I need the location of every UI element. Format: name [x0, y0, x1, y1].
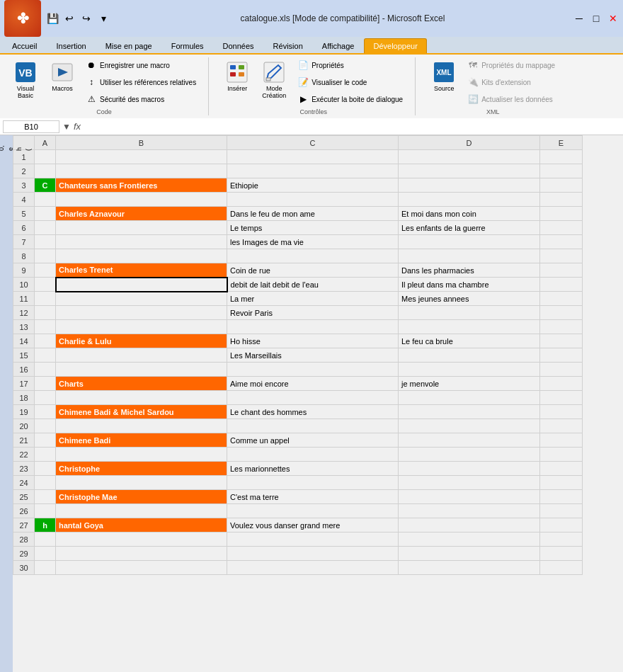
cell-a-7[interactable]	[35, 235, 56, 249]
source-button[interactable]: XML Source	[427, 57, 461, 96]
col-header-e[interactable]: E	[540, 136, 583, 150]
cell-a-6[interactable]	[35, 221, 56, 235]
cell-a-27[interactable]: h	[35, 518, 56, 533]
cell-b-2[interactable]	[56, 164, 227, 178]
cell-d-9[interactable]: Dans les pharmacies	[399, 263, 540, 278]
cell-d-13[interactable]	[399, 320, 540, 334]
col-header-c[interactable]: C	[227, 136, 399, 150]
cell-e-7[interactable]	[540, 235, 583, 249]
cell-d-18[interactable]	[399, 391, 540, 405]
cell-b-10[interactable]	[56, 278, 227, 292]
cell-e-28[interactable]	[540, 533, 583, 547]
cell-e-25[interactable]	[540, 490, 583, 504]
cell-a-9[interactable]	[35, 263, 56, 278]
cell-b-27[interactable]: hantal Goya	[56, 518, 227, 533]
cell-a-24[interactable]	[35, 476, 56, 490]
cell-c-11[interactable]: La mer	[227, 292, 399, 306]
save-button[interactable]: 💾	[45, 11, 59, 25]
cell-e-1[interactable]	[540, 150, 583, 164]
cell-a-4[interactable]	[35, 193, 56, 207]
cell-b-24[interactable]	[56, 476, 227, 490]
cell-d-5[interactable]: Et moi dans mon coin	[399, 207, 540, 221]
cell-e-14[interactable]	[540, 334, 583, 348]
cell-c-25[interactable]: C'est ma terre	[227, 490, 399, 504]
cell-a-26[interactable]	[35, 504, 56, 518]
cell-c-19[interactable]: Le chant des hommes	[227, 405, 399, 419]
cell-a-10[interactable]	[35, 278, 56, 292]
cell-c-21[interactable]: Comme un appel	[227, 433, 399, 448]
cell-c-6[interactable]: Le temps	[227, 221, 399, 235]
cell-c-26[interactable]	[227, 504, 399, 518]
cell-e-8[interactable]	[540, 249, 583, 263]
cell-a-28[interactable]	[35, 533, 56, 547]
cell-a-11[interactable]	[35, 292, 56, 306]
cell-a-1[interactable]	[35, 150, 56, 164]
cell-e-15[interactable]	[540, 348, 583, 363]
cell-e-13[interactable]	[540, 320, 583, 334]
cell-d-17[interactable]: je menvole	[399, 377, 540, 391]
cell-e-27[interactable]	[540, 518, 583, 533]
kits-extension-button[interactable]: 🔌 Kits d'extension	[464, 74, 559, 90]
col-header-d[interactable]: D	[399, 136, 540, 150]
cell-b-1[interactable]	[56, 150, 227, 164]
cell-e-29[interactable]	[540, 547, 583, 561]
cell-d-27[interactable]	[399, 518, 540, 533]
cell-d-12[interactable]	[399, 306, 540, 320]
cell-d-16[interactable]	[399, 363, 540, 377]
mode-creation-button[interactable]: ModeCréation	[257, 57, 291, 103]
cell-d-25[interactable]	[399, 490, 540, 504]
cell-e-11[interactable]	[540, 292, 583, 306]
cell-a-8[interactable]	[35, 249, 56, 263]
cell-d-29[interactable]	[399, 547, 540, 561]
cell-d-28[interactable]	[399, 533, 540, 547]
cell-e-30[interactable]	[540, 561, 583, 575]
cell-e-10[interactable]	[540, 278, 583, 292]
cell-d-19[interactable]	[399, 405, 540, 419]
col-header-b[interactable]: B	[56, 136, 227, 150]
tab-affichage[interactable]: Affichage	[313, 38, 364, 53]
tab-accueil[interactable]: Accueil	[3, 38, 46, 53]
cell-b-28[interactable]	[56, 533, 227, 547]
cell-e-18[interactable]	[540, 391, 583, 405]
cell-b-20[interactable]	[56, 419, 227, 433]
visual-basic-button[interactable]: VB VisualBasic	[8, 57, 42, 103]
cell-b-14[interactable]: Charlie & Lulu	[56, 334, 227, 348]
cell-c-15[interactable]: Les Marseillais	[227, 348, 399, 363]
cell-b-23[interactable]: Christophe	[56, 462, 227, 476]
cell-d-10[interactable]: Il pleut dans ma chambre	[399, 278, 540, 292]
cell-d-14[interactable]: Le feu ca brule	[399, 334, 540, 348]
cell-b-13[interactable]	[56, 320, 227, 334]
cell-e-16[interactable]	[540, 363, 583, 377]
cell-a-16[interactable]	[35, 363, 56, 377]
cell-e-21[interactable]	[540, 433, 583, 448]
cell-b-8[interactable]	[56, 249, 227, 263]
cell-c-18[interactable]	[227, 391, 399, 405]
cell-d-23[interactable]	[399, 462, 540, 476]
cell-a-13[interactable]	[35, 320, 56, 334]
tab-donnees[interactable]: Données	[214, 38, 263, 53]
cell-c-7[interactable]: les Images de ma vie	[227, 235, 399, 249]
cell-c-29[interactable]	[227, 547, 399, 561]
cell-e-3[interactable]	[540, 178, 583, 193]
cell-b-22[interactable]	[56, 448, 227, 462]
cell-d-1[interactable]	[399, 150, 540, 164]
undo-button[interactable]: ↩	[62, 11, 76, 25]
cell-c-30[interactable]	[227, 561, 399, 575]
cell-d-30[interactable]	[399, 561, 540, 575]
inserer-button[interactable]: Insérer	[220, 57, 254, 96]
cell-a-18[interactable]	[35, 391, 56, 405]
cell-d-8[interactable]	[399, 249, 540, 263]
cell-c-10[interactable]: debit de lait debit de l'eau	[227, 278, 399, 292]
cell-e-20[interactable]	[540, 419, 583, 433]
cell-b-15[interactable]	[56, 348, 227, 363]
cell-b-5[interactable]: Charles Aznavour	[56, 207, 227, 221]
references-relatives-button[interactable]: ↕ Utiliser les références relatives	[82, 74, 200, 90]
cell-d-3[interactable]	[399, 178, 540, 193]
office-button[interactable]: ✤	[4, 0, 41, 37]
cell-e-4[interactable]	[540, 193, 583, 207]
minimize-button[interactable]: ─	[572, 11, 586, 25]
tab-formules[interactable]: Formules	[162, 38, 213, 53]
securite-macros-button[interactable]: ⚠ Sécurité des macros	[82, 91, 200, 107]
cell-c-2[interactable]	[227, 164, 399, 178]
cell-b-26[interactable]	[56, 504, 227, 518]
